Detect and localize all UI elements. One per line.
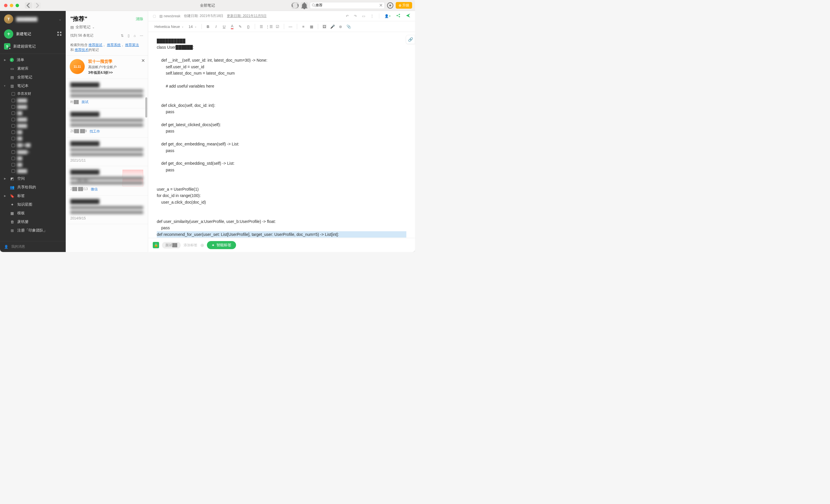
minimize-window[interactable] xyxy=(10,4,13,7)
global-search[interactable]: ✕ xyxy=(310,2,385,9)
target-icon[interactable] xyxy=(386,2,394,9)
sidebar-item-all-notes[interactable]: ▤全部笔记 xyxy=(0,73,66,81)
notebook-item[interactable]: ██ xyxy=(0,155,66,162)
text-color-icon[interactable]: A xyxy=(229,23,236,30)
notebook-item[interactable]: ████ xyxy=(0,97,66,104)
sort-icon[interactable]: ⇅ xyxy=(121,34,124,38)
hr-icon[interactable]: — xyxy=(287,23,294,30)
sidebar-item-space[interactable]: ▶◩空间 xyxy=(0,174,66,183)
grid-icon[interactable] xyxy=(57,31,62,37)
align-icon[interactable]: ≡ xyxy=(300,23,307,30)
cube-icon: ◩ xyxy=(10,176,14,181)
tag-link[interactable]: 找工作 xyxy=(90,129,100,134)
sidebar-item-trash[interactable]: 🗑废纸篓 xyxy=(0,217,66,226)
number-list-icon[interactable]: ⋮☰ xyxy=(266,23,273,30)
note-list-item[interactable]: 2021/1/11 xyxy=(66,138,148,166)
suggest-link[interactable]: 推荐系统 xyxy=(107,43,121,47)
globe-icon[interactable]: ⊛ xyxy=(337,23,344,30)
super-note-icon: S xyxy=(4,43,10,49)
sidebar-messages[interactable]: 👤我的消息 xyxy=(0,241,66,252)
undo-icon[interactable]: ↶ xyxy=(346,14,349,18)
notebook-item[interactable]: ██ xyxy=(0,162,66,168)
image-icon[interactable]: 🖼 xyxy=(321,23,328,30)
underline-icon[interactable]: U xyxy=(221,23,228,30)
sidebar-item-checklist[interactable]: ▶✓清单 xyxy=(0,56,66,64)
notebook-item[interactable]: ████ik xyxy=(0,149,66,155)
notebook-item[interactable]: ██ xyxy=(0,110,66,116)
suggest-link[interactable]: 推荐技术 xyxy=(75,48,89,52)
smart-tag-button[interactable]: ✦智能标签 xyxy=(207,241,236,249)
scrollbar-thumb[interactable] xyxy=(145,97,147,117)
bell-icon[interactable] xyxy=(300,2,308,9)
sidebar-item-shared[interactable]: 👥共享给我的 xyxy=(0,183,66,192)
size-select[interactable]: 14⌄ xyxy=(187,24,198,29)
close-icon[interactable]: ✕ xyxy=(141,58,145,63)
notebook-item[interactable]: ██ xyxy=(0,135,66,142)
table-icon[interactable]: ▦ xyxy=(308,23,315,30)
suggest-link[interactable]: 推荐算法 xyxy=(125,43,139,47)
upgrade-button[interactable]: ⊕升级 xyxy=(396,2,412,9)
note-list-item[interactable]: 昨██面试 xyxy=(66,79,148,108)
search-input[interactable] xyxy=(316,3,379,7)
zoom-window[interactable] xyxy=(15,4,19,7)
view-icon[interactable]: ▯ xyxy=(128,34,130,38)
notebook-icon xyxy=(11,131,15,134)
font-select[interactable]: Helvetica Neue⌄ xyxy=(153,24,186,29)
checklist-icon[interactable]: ☑ xyxy=(274,23,281,30)
notebook-item[interactable]: ████ xyxy=(0,116,66,123)
promo-banner[interactable]: 11.11 双十一囤货季 高级帐户/专业帐户 3年低至4.5折>> ✕ xyxy=(66,56,148,79)
note-list-item[interactable]: 速读██ ██性..2██ ██/13微信 xyxy=(66,166,148,196)
expand-icon[interactable]: ▢ xyxy=(153,14,156,18)
new-super-note-button[interactable]: S 新建超级笔记 xyxy=(0,41,66,54)
bold-icon[interactable]: B xyxy=(204,23,212,30)
person-icon: 👤 xyxy=(4,245,8,249)
code-icon[interactable]: {} xyxy=(245,23,252,30)
user-menu[interactable]: T ████████ ⌄ xyxy=(0,11,66,27)
bullet-list-icon[interactable]: ☰ xyxy=(258,23,265,30)
note-content[interactable]: 🔗 ██████████ class User██████: def __ini… xyxy=(148,32,415,238)
sidebar-item-library[interactable]: ▭素材库 xyxy=(0,64,66,73)
sidebar-item-notebooks[interactable]: ▾▥笔记本 xyxy=(0,81,66,90)
sync-icon[interactable] xyxy=(291,2,299,9)
tag-link[interactable]: 面试 xyxy=(82,100,89,105)
clear-filter-button[interactable]: 清除 xyxy=(136,16,143,22)
tag-link[interactable]: 微信 xyxy=(91,187,98,192)
filter-icon[interactable]: ⌂ xyxy=(134,34,136,38)
chevron-down-icon: ⌄ xyxy=(59,17,62,21)
notebook-item[interactable]: ████ xyxy=(0,123,66,129)
redo-icon[interactable]: ↷ xyxy=(354,14,357,18)
tag-pill[interactable]: 面试██ xyxy=(162,242,181,248)
lock-icon[interactable]: 🔒 xyxy=(153,242,159,248)
new-note-button[interactable]: + 新建笔记 xyxy=(0,27,66,41)
send-icon[interactable] xyxy=(406,13,410,19)
attach-icon[interactable]: 📎 xyxy=(345,23,352,30)
present-icon[interactable]: ▭ xyxy=(362,14,365,18)
add-person-icon[interactable]: 👤+ xyxy=(384,14,391,18)
share-icon[interactable] xyxy=(396,13,401,19)
more-icon[interactable]: ⋮ xyxy=(370,14,374,18)
clear-search-icon[interactable]: ✕ xyxy=(379,3,383,8)
note-list-item[interactable]: 2014/9/15 xyxy=(66,196,148,224)
highlight-icon[interactable]: ✎ xyxy=(237,23,244,30)
sidebar-item-team[interactable]: ⊞注册「印象团队」 xyxy=(0,226,66,235)
sidebar-item-graph[interactable]: ✦知识星图 xyxy=(0,200,66,209)
notebook-item[interactable]: ████ xyxy=(0,168,66,174)
note-list-item[interactable]: 20██ ██9找工作 xyxy=(66,108,148,138)
notebook-item[interactable]: ██微██ xyxy=(0,142,66,149)
link-float-icon[interactable]: 🔗 xyxy=(406,35,415,44)
nav-back[interactable] xyxy=(25,2,32,9)
sidebar-item-templates[interactable]: ▦模板 xyxy=(0,209,66,217)
more-icon[interactable]: ⋯ xyxy=(140,34,143,38)
notebook-item[interactable]: 恭喜发财 xyxy=(0,90,66,97)
sidebar-item-tags[interactable]: ▶🔖标签 xyxy=(0,192,66,200)
notebook-item[interactable]: ████ xyxy=(0,104,66,110)
add-tag-plus-icon[interactable]: ⊕ xyxy=(200,242,204,248)
scope-selector[interactable]: ▤全部笔记⌄ xyxy=(66,25,148,32)
mic-icon[interactable]: 🎤 xyxy=(329,23,336,30)
close-window[interactable] xyxy=(4,4,7,7)
add-tag-input[interactable]: 添加标签 xyxy=(184,243,197,248)
suggest-link[interactable]: 推荐面试 xyxy=(89,43,102,47)
italic-icon[interactable]: I xyxy=(213,23,220,30)
notebook-item[interactable]: ██ xyxy=(0,129,66,135)
notebook-link[interactable]: ▤newsbreak xyxy=(159,14,181,18)
